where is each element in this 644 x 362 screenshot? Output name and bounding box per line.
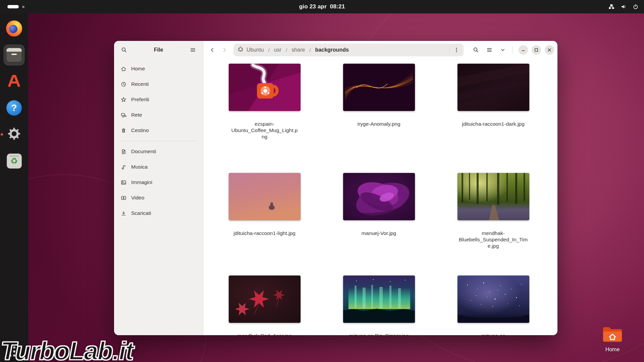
workspace-indicator[interactable] [0, 5, 24, 8]
dock: ? ♻ [0, 13, 28, 362]
clock-icon [121, 81, 126, 87]
sidebar-item-video[interactable]: Video [117, 190, 200, 205]
file-name: iryge-Anomaly.png [357, 121, 400, 127]
path-bar: Ubuntu / usr / share / backgrounds [233, 44, 464, 56]
maximize-button[interactable] [532, 45, 541, 55]
sidebar-item-preferiti[interactable]: Preferiti [117, 92, 200, 107]
path-menu-button[interactable] [451, 45, 462, 55]
home-icon [121, 66, 126, 72]
sidebar-item-musica[interactable]: Musica [117, 159, 200, 175]
network-icon [608, 4, 614, 10]
dock-item-settings[interactable] [4, 124, 24, 145]
file-grid-area: ezspain-Ubuntu_Coffee_Mug_Light.png [203, 59, 557, 335]
file-name: mendhak-Red_Acer.jpg [237, 333, 292, 335]
files-window: File Home Recenti Preferiti [114, 41, 557, 335]
dock-item-help[interactable]: ? [4, 98, 24, 118]
file-thumbnail [458, 173, 529, 220]
sidebar-item-label: Documenti [131, 148, 156, 155]
top-bar: gio 23 apr 08:21 [0, 0, 644, 13]
power-icon [633, 4, 639, 10]
search-files-button[interactable] [470, 44, 482, 56]
recycle-glyph: ♻ [10, 156, 18, 166]
desktop-home-icon[interactable]: Home [593, 326, 632, 353]
view-options-button[interactable] [497, 44, 508, 56]
system-tray[interactable] [608, 4, 644, 10]
file-item[interactable]: jdituicha-raccoon1-dark.jpg [458, 64, 529, 173]
home-folder-icon [602, 326, 623, 345]
dock-item-firefox[interactable] [4, 18, 24, 39]
sidebar-list: Home Recenti Preferiti Rete Cestino [114, 59, 203, 221]
close-button[interactable] [545, 45, 554, 55]
workspace-pill [7, 5, 19, 8]
file-name: jdituicha-raccoon1-dark.jpg [462, 121, 524, 127]
star-icon [121, 97, 126, 103]
sidebar-item-home[interactable]: Home [117, 61, 200, 76]
file-name: jdituicha-raccoon1-light.jpg [233, 230, 295, 237]
volume-icon [621, 4, 627, 10]
running-indicator [1, 133, 3, 136]
file-thumbnail [343, 173, 415, 220]
settings-gear-icon [7, 127, 21, 142]
window-title: File [154, 47, 163, 53]
search-icon [473, 47, 479, 53]
dock-item-app-center[interactable] [4, 71, 24, 92]
breadcrumb-share[interactable]: share [290, 47, 306, 53]
breadcrumb-usr[interactable]: usr [273, 47, 282, 53]
maximize-icon [533, 47, 539, 53]
file-item[interactable]: mizuno-as-Big_Dipper.jpg [343, 276, 415, 335]
chevron-down-icon [500, 47, 506, 53]
minimize-button[interactable] [519, 45, 528, 55]
breadcrumb-ubuntu[interactable]: Ubuntu [246, 47, 265, 53]
kebab-icon [453, 47, 460, 53]
network-places-icon [121, 112, 126, 118]
sidebar-item-label: Recenti [131, 81, 149, 87]
file-name: mendhak-Bluebells_Suspended_In_Time.jpg [459, 230, 528, 249]
file-name: manuej-Vor.jpg [362, 230, 396, 237]
sidebar-item-immagini[interactable]: Immagini [117, 175, 200, 190]
sidebar-item-cestino[interactable]: Cestino [117, 123, 200, 138]
sidebar-separator [119, 141, 198, 141]
back-button[interactable] [207, 44, 218, 56]
close-icon [546, 47, 552, 53]
header-bar: Ubuntu / usr / share / backgrounds [203, 41, 557, 59]
sidebar-item-label: Home [131, 66, 145, 72]
file-item[interactable]: mendhak-Red_Acer.jpg [229, 276, 301, 335]
list-view-button[interactable] [484, 44, 495, 56]
main-pane: Ubuntu / usr / share / backgrounds [203, 41, 557, 335]
file-item[interactable]: iryge-Anomaly.png [343, 64, 415, 173]
desktop: gio 23 apr 08:21 [0, 0, 644, 362]
sidebar-item-label: Video [131, 195, 144, 201]
list-view-icon [486, 47, 492, 53]
file-name: mizuno-as [481, 333, 505, 335]
file-item[interactable]: jdituicha-raccoon1-light.jpg [229, 173, 301, 276]
sidebar-item-scaricati[interactable]: Scaricati [117, 205, 200, 221]
file-name: ezspain-Ubuntu_Coffee_Mug_Light.png [230, 121, 299, 140]
file-item[interactable]: manuej-Vor.jpg [343, 173, 415, 276]
search-button[interactable] [118, 44, 130, 56]
sidebar-item-label: Rete [131, 112, 142, 118]
clock[interactable]: gio 23 apr 08:21 [299, 3, 345, 10]
file-thumbnail [458, 276, 529, 323]
dock-item-files[interactable] [4, 45, 24, 65]
sidebar-item-label: Preferiti [131, 97, 149, 103]
sidebar-item-label: Immagini [131, 179, 152, 185]
sidebar-item-documenti[interactable]: Documenti [117, 144, 200, 159]
sidebar: File Home Recenti Preferiti [114, 41, 203, 335]
file-item[interactable]: mendhak-Bluebells_Suspended_In_Time.jpg [458, 173, 529, 276]
hamburger-menu-button[interactable] [187, 44, 199, 56]
trash-dock-icon: ♻ [7, 154, 22, 169]
file-grid: ezspain-Ubuntu_Coffee_Mug_Light.png [203, 59, 557, 335]
file-name: mizuno-as-Big_Dipper.jpg [349, 333, 409, 335]
sidebar-item-rete[interactable]: Rete [117, 107, 200, 123]
forward-button[interactable] [219, 44, 230, 56]
sidebar-item-recenti[interactable]: Recenti [117, 76, 200, 92]
file-item[interactable]: ezspain-Ubuntu_Coffee_Mug_Light.png [229, 64, 301, 173]
breadcrumb-backgrounds[interactable]: backgrounds [314, 47, 350, 53]
breadcrumb-separator: / [308, 47, 312, 53]
dock-item-trash[interactable]: ♻ [4, 150, 24, 171]
ubuntu-logo-icon [237, 46, 244, 54]
pathbar-divider [449, 47, 449, 53]
watermark: TurboLab.it [1, 336, 133, 362]
headerbar-divider [513, 46, 513, 54]
file-item[interactable]: mizuno-as [458, 276, 529, 335]
